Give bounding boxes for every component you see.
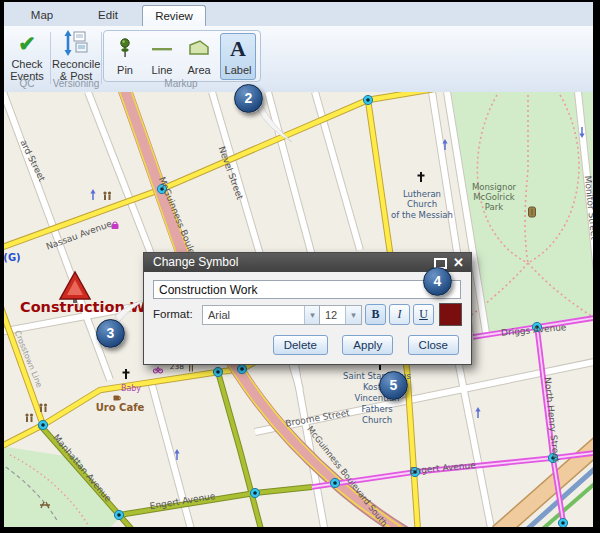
vertex-dot[interactable] <box>558 518 567 527</box>
label-button[interactable]: A Label <box>220 33 256 80</box>
vertex-inner <box>561 521 565 525</box>
line-label: Line <box>152 64 173 76</box>
area-button[interactable]: Area <box>181 33 217 80</box>
pin-label: Pin <box>117 64 133 76</box>
person-head <box>44 403 47 406</box>
line-button[interactable]: Line <box>144 33 180 80</box>
font-family-select[interactable]: Arial ▾ <box>202 305 321 325</box>
area-icon <box>182 34 216 64</box>
vertex-inner <box>366 98 370 102</box>
map-label: Lutheran <box>403 189 441 199</box>
apply-button[interactable]: Apply <box>342 335 393 355</box>
vertex-dot[interactable] <box>38 420 47 429</box>
ribbon-group-markup: Pin Line Area <box>4 28 364 90</box>
person-body <box>31 417 33 422</box>
person-body <box>45 407 47 412</box>
person-body <box>109 195 111 200</box>
pin-button[interactable]: Pin <box>107 33 143 80</box>
vertex-dot[interactable] <box>330 478 339 487</box>
callout-badge-2: 2 <box>234 84 263 113</box>
map-label: of the Messiah <box>391 210 453 220</box>
dialog-buttons: Delete Apply Close <box>263 335 459 355</box>
map-label: Church <box>407 199 437 209</box>
knife <box>192 365 193 372</box>
line-icon <box>145 34 179 64</box>
fork <box>189 365 190 372</box>
underline-button[interactable]: U <box>413 304 434 325</box>
map-label: Monsignor <box>472 182 517 192</box>
vertex-inner <box>41 423 45 427</box>
vertex-dot[interactable] <box>237 364 246 373</box>
map-label: Baby <box>121 384 141 393</box>
person-head <box>30 413 33 416</box>
close-icon[interactable]: ✕ <box>453 253 464 272</box>
person-body <box>26 417 28 422</box>
callout-badge-3: 3 <box>96 319 125 348</box>
font-size-value: 12 <box>325 309 337 321</box>
vertex-dot[interactable] <box>250 488 259 497</box>
format-label: Format: <box>153 308 193 320</box>
chevron-down-icon[interactable]: ▾ <box>345 306 361 324</box>
markup-button-box: Pin Line Area <box>103 30 261 82</box>
group-label-markup: Markup <box>103 78 259 89</box>
dialog-title: Change Symbol <box>144 255 238 269</box>
area-label: Area <box>187 64 210 76</box>
vertex-dot[interactable] <box>213 367 222 376</box>
tab-edit[interactable]: Edit <box>76 5 140 26</box>
italic-button[interactable]: I <box>389 304 410 325</box>
font-family-value: Arial <box>208 309 230 321</box>
vertex-inner <box>333 481 337 485</box>
symbol-text-input[interactable] <box>153 280 461 299</box>
person-head <box>25 413 28 416</box>
format-row: Format: Arial ▾ 12 ▾ B I U <box>153 305 463 325</box>
color-swatch[interactable] <box>439 303 462 326</box>
person-head <box>103 191 106 194</box>
ribbon: ✔ Check Events QC <box>4 26 593 93</box>
map-label: McGolrick <box>473 192 515 202</box>
map-label: (G) <box>4 252 21 263</box>
monument-icon <box>529 207 536 217</box>
tab-map[interactable]: Map <box>10 5 74 26</box>
change-symbol-dialog: Change Symbol ✕ Format: Arial ▾ 12 ▾ B I… <box>143 252 472 365</box>
callout-badge-4: 4 <box>423 267 452 296</box>
pin-icon <box>108 34 142 64</box>
person-head <box>39 403 42 406</box>
callout-badge-5: 5 <box>379 371 408 400</box>
vertex-inner <box>240 367 244 371</box>
cup-body <box>114 396 120 401</box>
bold-button[interactable]: B <box>365 304 386 325</box>
vertex-dot[interactable] <box>363 95 372 104</box>
vertex-dot[interactable] <box>114 510 123 519</box>
person-body <box>104 195 106 200</box>
ribbon-tabstrip: Map Edit Review <box>4 2 593 26</box>
vertex-inner <box>253 491 257 495</box>
person-body <box>40 407 42 412</box>
person-head <box>108 191 111 194</box>
map-label: Park <box>485 202 503 212</box>
delete-button[interactable]: Delete <box>273 335 328 355</box>
vertex-inner <box>216 370 220 374</box>
label-icon: A <box>221 34 255 64</box>
vertex-inner <box>117 513 121 517</box>
tab-review[interactable]: Review <box>142 5 206 27</box>
chevron-down-icon[interactable]: ▾ <box>304 306 320 324</box>
dialog-titlebar[interactable]: Change Symbol ✕ <box>144 253 471 272</box>
map-label: Church <box>362 415 392 425</box>
font-size-select[interactable]: 12 ▾ <box>319 305 362 325</box>
map-label: Fathers <box>361 404 393 414</box>
map-label: Uro Cafe <box>96 402 145 413</box>
label-label: Label <box>225 64 252 76</box>
close-button[interactable]: Close <box>408 335 459 355</box>
